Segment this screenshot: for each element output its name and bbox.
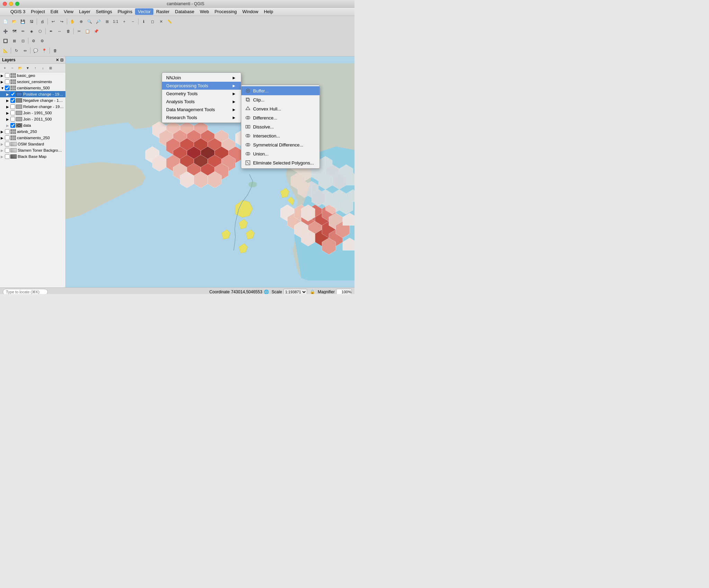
- vertex-btn[interactable]: ⬡: [36, 27, 44, 35]
- digitize-btn[interactable]: ✒: [47, 27, 55, 35]
- menu-window[interactable]: Window: [240, 8, 261, 15]
- expand-icon[interactable]: ▶: [6, 92, 10, 96]
- expand-icon[interactable]: ▶: [1, 80, 5, 84]
- geo-item-union[interactable]: Union...: [241, 149, 320, 158]
- menu-project[interactable]: Project: [28, 8, 47, 15]
- maximize-button[interactable]: [15, 2, 19, 6]
- plugin-btn-2[interactable]: ⚙: [38, 37, 46, 45]
- menu-view[interactable]: View: [61, 8, 76, 15]
- open-project-btn[interactable]: 📂: [10, 17, 18, 26]
- save-as-btn[interactable]: 🖫: [27, 17, 36, 26]
- menu-raster[interactable]: Raster: [153, 8, 172, 15]
- layer-checkbox[interactable]: [5, 73, 10, 78]
- layer-checkbox[interactable]: [5, 129, 10, 134]
- deselect-btn[interactable]: ✕: [157, 17, 165, 26]
- vector-menu[interactable]: NNJoin ▶ Geoprocessing Tools ▶ Geometry …: [162, 72, 241, 123]
- list-item[interactable]: ▶ sezioni_censimento: [0, 79, 65, 85]
- menu-vector[interactable]: Vector: [135, 8, 153, 15]
- annotation-btn[interactable]: 💬: [32, 46, 40, 55]
- trash-btn[interactable]: 🗑: [51, 46, 59, 55]
- menu-item-research[interactable]: Research Tools ▶: [162, 114, 241, 122]
- select-btn[interactable]: ◻: [148, 17, 156, 26]
- expand-icon[interactable]: ▶: [6, 105, 10, 109]
- search-input[interactable]: [3, 289, 48, 294]
- print-btn[interactable]: 🖨: [38, 17, 46, 26]
- expand-icon[interactable]: ▶: [6, 99, 10, 103]
- layer-add-btn[interactable]: +: [1, 64, 8, 71]
- copy-btn[interactable]: 📋: [83, 27, 92, 35]
- minimize-button[interactable]: [9, 2, 13, 6]
- layers-close-icon[interactable]: ✕: [56, 58, 59, 62]
- geoprocessing-submenu[interactable]: Buffer... Clip... Convex Hull... Differe…: [241, 85, 320, 169]
- menu-help[interactable]: Help: [261, 8, 276, 15]
- paste-btn[interactable]: 📌: [92, 27, 100, 35]
- layer-checkbox[interactable]: [10, 123, 15, 128]
- menu-item-datamanagement[interactable]: Data Management Tools ▶: [162, 106, 241, 114]
- menu-settings[interactable]: Settings: [93, 8, 115, 15]
- pin-btn[interactable]: 📍: [40, 46, 48, 55]
- geo-item-eliminate[interactable]: Eliminate Selected Polygons...: [241, 158, 320, 167]
- menu-item-geometry[interactable]: Geometry Tools ▶: [162, 90, 241, 98]
- list-item[interactable]: ▶ Black Base Map: [0, 153, 65, 160]
- list-item[interactable]: ▶ cambiamento_250: [0, 135, 65, 141]
- list-item[interactable]: ▶ Relative change - 1991-2011_500: [0, 104, 65, 110]
- expand-icon[interactable]: ▶: [1, 155, 5, 159]
- edit-btn[interactable]: ✏: [19, 27, 27, 35]
- snap-all-btn[interactable]: ⊡: [19, 37, 27, 45]
- list-item[interactable]: ▶ airbnb_250: [0, 128, 65, 135]
- layer-remove-btn[interactable]: −: [9, 64, 16, 71]
- close-button[interactable]: [3, 2, 7, 6]
- expand-icon[interactable]: ▶: [1, 142, 5, 146]
- menu-processing[interactable]: Processing: [212, 8, 240, 15]
- layer-checkbox[interactable]: [5, 86, 10, 90]
- expand-icon[interactable]: ▶: [1, 149, 5, 152]
- layer-filter-btn[interactable]: ▼: [24, 64, 31, 71]
- new-project-btn[interactable]: 📄: [1, 17, 10, 26]
- menu-apple[interactable]: [2, 11, 8, 12]
- adv-snap-btn[interactable]: ⊠: [10, 37, 18, 45]
- geo-item-convexhull[interactable]: Convex Hull...: [241, 104, 320, 113]
- expand-icon[interactable]: ▶: [1, 74, 5, 78]
- layer-expand-btn[interactable]: ⊞: [47, 64, 54, 71]
- geo-item-clip[interactable]: Clip...: [241, 95, 320, 104]
- zoom-in2-btn[interactable]: +: [120, 17, 128, 26]
- layer-checkbox[interactable]: [5, 148, 10, 153]
- layer-checkbox[interactable]: [10, 110, 15, 115]
- map-area[interactable]: NNJoin ▶ Geoprocessing Tools ▶ Geometry …: [66, 56, 354, 287]
- measure-btn[interactable]: 📏: [165, 17, 174, 26]
- layer-open-btn[interactable]: 📂: [17, 64, 24, 71]
- geo-item-difference[interactable]: Difference...: [241, 113, 320, 122]
- menu-item-geoprocessing[interactable]: Geoprocessing Tools ▶: [162, 82, 241, 90]
- geo-item-dissolve[interactable]: Dissolve...: [241, 122, 320, 131]
- ruler-btn[interactable]: 📐: [1, 46, 10, 55]
- layer-checkbox[interactable]: [5, 79, 10, 84]
- layer-checkbox[interactable]: [5, 154, 10, 159]
- identify-btn[interactable]: ℹ: [140, 17, 148, 26]
- layer-checkbox[interactable]: [10, 98, 15, 103]
- scale-select[interactable]: 1:193871: [284, 289, 307, 294]
- expand-icon[interactable]: ▶: [6, 124, 10, 127]
- list-item[interactable]: ▶ Negative change - 1991-2011_500: [0, 97, 65, 104]
- add-raster-btn[interactable]: 🗺: [10, 27, 18, 35]
- snapping-btn[interactable]: 🔲: [1, 37, 10, 45]
- list-item[interactable]: ▼ cambiamento_500: [0, 85, 65, 91]
- delete-feat-btn[interactable]: 🗑: [64, 27, 72, 35]
- plugin-btn-1[interactable]: ⚙: [29, 37, 38, 45]
- expand-icon[interactable]: ▼: [1, 86, 5, 90]
- list-item[interactable]: ▶ Stamen Toner Background: [0, 147, 65, 153]
- expand-icon[interactable]: ▶: [1, 136, 5, 140]
- menu-item-analysis[interactable]: Analysis Tools ▶: [162, 98, 241, 106]
- node-tool-btn[interactable]: ◈: [27, 27, 36, 35]
- list-item[interactable]: ▶ Join - 2011_500: [0, 116, 65, 122]
- zoom-out2-btn[interactable]: −: [129, 17, 137, 26]
- magnifier-input[interactable]: [336, 289, 352, 294]
- pan-map-btn[interactable]: ⊕: [77, 17, 85, 26]
- expand-icon[interactable]: ▶: [6, 111, 10, 115]
- menu-edit[interactable]: Edit: [48, 8, 61, 15]
- geo-item-intersection[interactable]: Intersection...: [241, 131, 320, 140]
- geo-item-symdiff[interactable]: Symmetrical Difference...: [241, 140, 320, 149]
- save-project-btn[interactable]: 💾: [19, 17, 27, 26]
- geo-item-buffer[interactable]: Buffer...: [241, 86, 320, 95]
- layer-down-btn[interactable]: ↓: [39, 64, 46, 71]
- zoom-out-btn[interactable]: 🔎: [94, 17, 102, 26]
